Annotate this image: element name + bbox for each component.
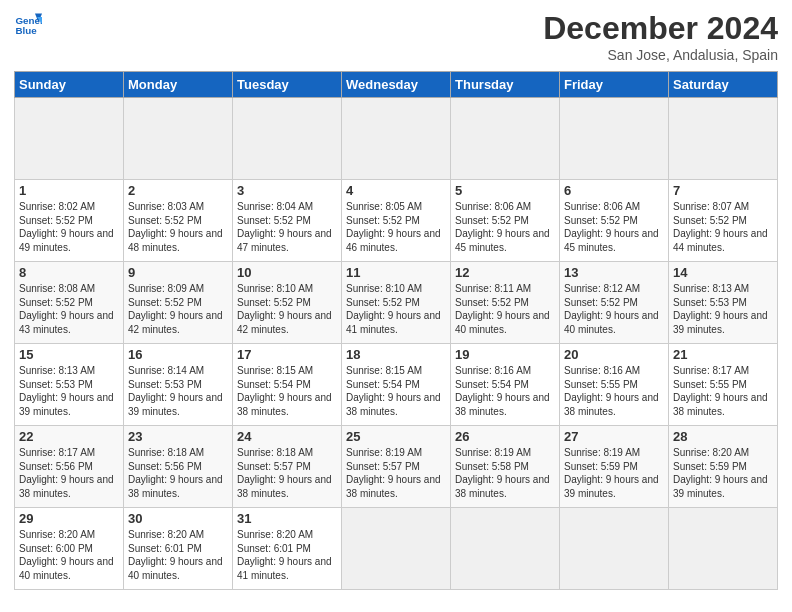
calendar-cell xyxy=(451,98,560,180)
day-number: 9 xyxy=(128,265,228,280)
day-header-thursday: Thursday xyxy=(451,72,560,98)
day-info: Sunrise: 8:06 AMSunset: 5:52 PMDaylight:… xyxy=(564,201,659,253)
calendar-cell xyxy=(451,508,560,590)
day-number: 7 xyxy=(673,183,773,198)
day-number: 4 xyxy=(346,183,446,198)
day-info: Sunrise: 8:02 AMSunset: 5:52 PMDaylight:… xyxy=(19,201,114,253)
calendar-cell: 7Sunrise: 8:07 AMSunset: 5:52 PMDaylight… xyxy=(669,180,778,262)
day-info: Sunrise: 8:18 AMSunset: 5:57 PMDaylight:… xyxy=(237,447,332,499)
calendar-cell: 13Sunrise: 8:12 AMSunset: 5:52 PMDayligh… xyxy=(560,262,669,344)
day-number: 26 xyxy=(455,429,555,444)
svg-text:Blue: Blue xyxy=(15,25,37,36)
calendar-body: 1Sunrise: 8:02 AMSunset: 5:52 PMDaylight… xyxy=(15,98,778,590)
day-header-friday: Friday xyxy=(560,72,669,98)
day-info: Sunrise: 8:19 AMSunset: 5:58 PMDaylight:… xyxy=(455,447,550,499)
calendar-table: SundayMondayTuesdayWednesdayThursdayFrid… xyxy=(14,71,778,590)
calendar-cell xyxy=(342,508,451,590)
day-info: Sunrise: 8:11 AMSunset: 5:52 PMDaylight:… xyxy=(455,283,550,335)
day-number: 28 xyxy=(673,429,773,444)
title-block: December 2024 San Jose, Andalusia, Spain xyxy=(543,10,778,63)
calendar-cell: 5Sunrise: 8:06 AMSunset: 5:52 PMDaylight… xyxy=(451,180,560,262)
day-info: Sunrise: 8:20 AMSunset: 6:01 PMDaylight:… xyxy=(128,529,223,581)
calendar-cell: 12Sunrise: 8:11 AMSunset: 5:52 PMDayligh… xyxy=(451,262,560,344)
calendar-cell xyxy=(560,98,669,180)
day-number: 25 xyxy=(346,429,446,444)
calendar-cell: 25Sunrise: 8:19 AMSunset: 5:57 PMDayligh… xyxy=(342,426,451,508)
day-number: 14 xyxy=(673,265,773,280)
day-number: 29 xyxy=(19,511,119,526)
day-info: Sunrise: 8:06 AMSunset: 5:52 PMDaylight:… xyxy=(455,201,550,253)
day-info: Sunrise: 8:15 AMSunset: 5:54 PMDaylight:… xyxy=(346,365,441,417)
calendar-cell: 26Sunrise: 8:19 AMSunset: 5:58 PMDayligh… xyxy=(451,426,560,508)
day-number: 23 xyxy=(128,429,228,444)
day-number: 1 xyxy=(19,183,119,198)
calendar-container: General Blue December 2024 San Jose, And… xyxy=(0,0,792,600)
calendar-subtitle: San Jose, Andalusia, Spain xyxy=(543,47,778,63)
day-info: Sunrise: 8:19 AMSunset: 5:59 PMDaylight:… xyxy=(564,447,659,499)
calendar-cell xyxy=(342,98,451,180)
calendar-cell: 31Sunrise: 8:20 AMSunset: 6:01 PMDayligh… xyxy=(233,508,342,590)
calendar-cell: 16Sunrise: 8:14 AMSunset: 5:53 PMDayligh… xyxy=(124,344,233,426)
calendar-cell: 9Sunrise: 8:09 AMSunset: 5:52 PMDaylight… xyxy=(124,262,233,344)
logo: General Blue xyxy=(14,10,42,38)
day-info: Sunrise: 8:09 AMSunset: 5:52 PMDaylight:… xyxy=(128,283,223,335)
calendar-week-row: 1Sunrise: 8:02 AMSunset: 5:52 PMDaylight… xyxy=(15,180,778,262)
day-number: 31 xyxy=(237,511,337,526)
day-info: Sunrise: 8:10 AMSunset: 5:52 PMDaylight:… xyxy=(346,283,441,335)
day-info: Sunrise: 8:08 AMSunset: 5:52 PMDaylight:… xyxy=(19,283,114,335)
day-info: Sunrise: 8:03 AMSunset: 5:52 PMDaylight:… xyxy=(128,201,223,253)
calendar-cell: 17Sunrise: 8:15 AMSunset: 5:54 PMDayligh… xyxy=(233,344,342,426)
calendar-cell xyxy=(124,98,233,180)
day-number: 22 xyxy=(19,429,119,444)
day-number: 18 xyxy=(346,347,446,362)
calendar-cell: 3Sunrise: 8:04 AMSunset: 5:52 PMDaylight… xyxy=(233,180,342,262)
logo-icon: General Blue xyxy=(14,10,42,38)
day-number: 8 xyxy=(19,265,119,280)
calendar-cell xyxy=(233,98,342,180)
calendar-cell xyxy=(560,508,669,590)
calendar-cell: 21Sunrise: 8:17 AMSunset: 5:55 PMDayligh… xyxy=(669,344,778,426)
calendar-cell: 15Sunrise: 8:13 AMSunset: 5:53 PMDayligh… xyxy=(15,344,124,426)
day-info: Sunrise: 8:20 AMSunset: 5:59 PMDaylight:… xyxy=(673,447,768,499)
day-number: 5 xyxy=(455,183,555,198)
calendar-cell xyxy=(669,98,778,180)
calendar-cell: 4Sunrise: 8:05 AMSunset: 5:52 PMDaylight… xyxy=(342,180,451,262)
day-info: Sunrise: 8:04 AMSunset: 5:52 PMDaylight:… xyxy=(237,201,332,253)
day-number: 20 xyxy=(564,347,664,362)
day-info: Sunrise: 8:07 AMSunset: 5:52 PMDaylight:… xyxy=(673,201,768,253)
day-info: Sunrise: 8:12 AMSunset: 5:52 PMDaylight:… xyxy=(564,283,659,335)
day-number: 16 xyxy=(128,347,228,362)
day-number: 15 xyxy=(19,347,119,362)
day-number: 10 xyxy=(237,265,337,280)
day-info: Sunrise: 8:18 AMSunset: 5:56 PMDaylight:… xyxy=(128,447,223,499)
calendar-cell: 1Sunrise: 8:02 AMSunset: 5:52 PMDaylight… xyxy=(15,180,124,262)
day-number: 24 xyxy=(237,429,337,444)
calendar-cell: 27Sunrise: 8:19 AMSunset: 5:59 PMDayligh… xyxy=(560,426,669,508)
calendar-cell: 19Sunrise: 8:16 AMSunset: 5:54 PMDayligh… xyxy=(451,344,560,426)
day-number: 19 xyxy=(455,347,555,362)
calendar-title: December 2024 xyxy=(543,10,778,47)
calendar-week-row: 15Sunrise: 8:13 AMSunset: 5:53 PMDayligh… xyxy=(15,344,778,426)
calendar-cell: 6Sunrise: 8:06 AMSunset: 5:52 PMDaylight… xyxy=(560,180,669,262)
day-info: Sunrise: 8:16 AMSunset: 5:54 PMDaylight:… xyxy=(455,365,550,417)
calendar-header: General Blue December 2024 San Jose, And… xyxy=(14,10,778,63)
calendar-cell: 8Sunrise: 8:08 AMSunset: 5:52 PMDaylight… xyxy=(15,262,124,344)
calendar-cell: 2Sunrise: 8:03 AMSunset: 5:52 PMDaylight… xyxy=(124,180,233,262)
day-header-wednesday: Wednesday xyxy=(342,72,451,98)
day-info: Sunrise: 8:05 AMSunset: 5:52 PMDaylight:… xyxy=(346,201,441,253)
calendar-cell: 11Sunrise: 8:10 AMSunset: 5:52 PMDayligh… xyxy=(342,262,451,344)
day-number: 3 xyxy=(237,183,337,198)
calendar-cell: 20Sunrise: 8:16 AMSunset: 5:55 PMDayligh… xyxy=(560,344,669,426)
calendar-cell: 28Sunrise: 8:20 AMSunset: 5:59 PMDayligh… xyxy=(669,426,778,508)
calendar-week-row: 8Sunrise: 8:08 AMSunset: 5:52 PMDaylight… xyxy=(15,262,778,344)
day-info: Sunrise: 8:15 AMSunset: 5:54 PMDaylight:… xyxy=(237,365,332,417)
calendar-cell xyxy=(15,98,124,180)
calendar-cell: 24Sunrise: 8:18 AMSunset: 5:57 PMDayligh… xyxy=(233,426,342,508)
day-info: Sunrise: 8:14 AMSunset: 5:53 PMDaylight:… xyxy=(128,365,223,417)
calendar-cell xyxy=(669,508,778,590)
day-number: 6 xyxy=(564,183,664,198)
calendar-cell: 30Sunrise: 8:20 AMSunset: 6:01 PMDayligh… xyxy=(124,508,233,590)
day-header-tuesday: Tuesday xyxy=(233,72,342,98)
calendar-week-row: 22Sunrise: 8:17 AMSunset: 5:56 PMDayligh… xyxy=(15,426,778,508)
calendar-week-row: 29Sunrise: 8:20 AMSunset: 6:00 PMDayligh… xyxy=(15,508,778,590)
